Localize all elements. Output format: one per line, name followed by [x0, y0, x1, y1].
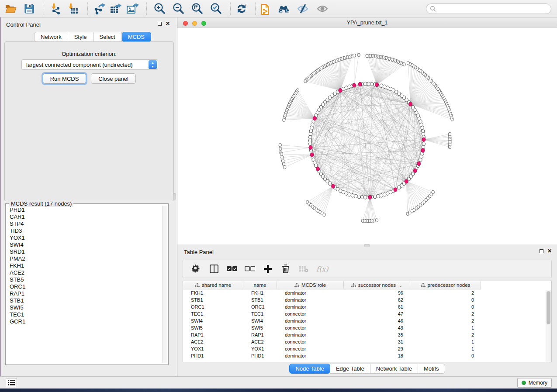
- memory-button[interactable]: Memory: [517, 378, 552, 388]
- mcds-hub-node[interactable]: [339, 89, 342, 93]
- mcds-result-item[interactable]: SWI4: [6, 241, 160, 248]
- mcds-hub-node[interactable]: [409, 102, 412, 106]
- mcds-hub-node[interactable]: [353, 83, 356, 87]
- mcds-hub-node[interactable]: [309, 145, 312, 149]
- mcds-result-item[interactable]: YOX1: [6, 234, 160, 241]
- run-mcds-button[interactable]: Run MCDS: [43, 73, 86, 84]
- satellite-node[interactable]: [366, 54, 368, 58]
- tab-edge-table[interactable]: Edge Table: [330, 364, 370, 374]
- ring-node[interactable]: [339, 189, 342, 193]
- tab-mcds[interactable]: MCDS: [122, 32, 151, 42]
- column-header-name[interactable]: name: [243, 281, 277, 289]
- export-network-icon[interactable]: [93, 3, 106, 15]
- zoom-selected-icon[interactable]: [209, 3, 222, 15]
- mcds-hub-node[interactable]: [394, 188, 397, 192]
- ring-node[interactable]: [386, 86, 389, 89]
- satellite-node[interactable]: [279, 147, 282, 151]
- satellite-node[interactable]: [281, 159, 284, 162]
- mcds-result-item[interactable]: STB5: [6, 276, 160, 283]
- mcds-hub-node[interactable]: [358, 82, 362, 86]
- satellite-node[interactable]: [281, 156, 284, 159]
- settings-gear-icon[interactable]: [191, 264, 201, 274]
- open-file-icon[interactable]: [4, 3, 17, 15]
- satellite-node[interactable]: [407, 62, 409, 65]
- ring-node[interactable]: [374, 195, 377, 198]
- ring-node[interactable]: [370, 82, 374, 86]
- satellite-node[interactable]: [283, 165, 286, 169]
- ring-node[interactable]: [383, 193, 386, 196]
- ring-node[interactable]: [348, 193, 351, 196]
- ring-node[interactable]: [367, 82, 370, 86]
- satellite-node[interactable]: [279, 143, 281, 147]
- search-input[interactable]: [436, 5, 551, 13]
- mcds-hub-node[interactable]: [421, 148, 425, 152]
- ring-node[interactable]: [364, 196, 367, 199]
- table-row[interactable]: SWI5SWI5connector431: [183, 324, 481, 331]
- mcds-hub-node[interactable]: [316, 167, 319, 171]
- refresh-icon[interactable]: [235, 3, 248, 15]
- mcds-result-item[interactable]: FKH1: [6, 262, 160, 269]
- mcds-hub-node[interactable]: [413, 168, 417, 172]
- mcds-hub-node[interactable]: [313, 117, 316, 120]
- table-row[interactable]: YOX1YOX1connector291: [183, 345, 481, 352]
- mcds-result-item[interactable]: PMA2: [6, 255, 160, 262]
- mcds-result-item[interactable]: ORC1: [6, 283, 160, 290]
- delete-column-trash-icon[interactable]: [280, 264, 291, 274]
- vertical-splitter-handle[interactable]: [173, 193, 176, 199]
- split-view-icon[interactable]: [209, 264, 219, 274]
- ring-node[interactable]: [392, 89, 395, 92]
- mcds-hub-node[interactable]: [310, 153, 314, 157]
- ring-node[interactable]: [383, 85, 386, 88]
- satellite-node[interactable]: [323, 213, 325, 217]
- tab-node-table[interactable]: Node Table: [289, 364, 330, 374]
- tab-select[interactable]: Select: [93, 32, 122, 42]
- column-header-successor-nodes[interactable]: successor nodes⌄: [344, 281, 410, 289]
- delete-table-icon[interactable]: [298, 264, 309, 274]
- ring-node[interactable]: [309, 142, 312, 145]
- tab-network-table[interactable]: Network Table: [370, 364, 418, 374]
- mcds-hub-node[interactable]: [405, 179, 408, 183]
- ring-node[interactable]: [364, 82, 367, 86]
- criterion-dropdown[interactable]: largest connected component (undirected)…: [21, 59, 158, 70]
- table-row[interactable]: PHD1PHD1dominator180: [183, 352, 481, 359]
- mcds-hub-node[interactable]: [332, 184, 335, 188]
- mcds-result-item[interactable]: SRD1: [6, 248, 160, 255]
- table-row[interactable]: RAP1RAP1dominator352: [183, 331, 481, 338]
- column-header-mcds-role[interactable]: MCDS role: [277, 281, 344, 289]
- deselect-all-icon[interactable]: [245, 264, 255, 274]
- mcds-result-list[interactable]: PHD1CAR1STP4TID3YOX1SWI4SRD1PMA2FKH1ACE2…: [6, 206, 160, 362]
- select-all-icon[interactable]: [227, 264, 237, 274]
- ring-node[interactable]: [412, 172, 415, 175]
- network-window-titlebar[interactable]: YPA_prune.txt_1: [177, 18, 557, 28]
- mcds-result-item[interactable]: STP4: [6, 220, 160, 227]
- satellite-node[interactable]: [448, 132, 451, 136]
- satellite-node[interactable]: [357, 53, 360, 57]
- import-network-icon[interactable]: [49, 3, 62, 15]
- mcds-result-item[interactable]: CAR1: [6, 213, 160, 220]
- mcds-result-item[interactable]: GCR1: [6, 318, 160, 325]
- satellite-node[interactable]: [282, 162, 285, 166]
- table-row[interactable]: ORC1ORC1dominator610: [183, 303, 481, 310]
- tab-style[interactable]: Style: [68, 32, 93, 42]
- satellite-node[interactable]: [375, 219, 378, 222]
- ring-node[interactable]: [380, 84, 383, 87]
- ring-node[interactable]: [354, 194, 357, 198]
- table-row[interactable]: STB1STB1dominator620: [183, 296, 481, 303]
- ring-node[interactable]: [342, 190, 345, 194]
- mcds-result-item[interactable]: PHD1: [6, 206, 160, 213]
- mcds-result-item[interactable]: TEC1: [6, 311, 160, 318]
- zoom-fit-icon[interactable]: [190, 3, 204, 15]
- mcds-result-item[interactable]: STB1: [6, 297, 160, 304]
- ring-node[interactable]: [377, 194, 380, 198]
- hide-selected-eye-icon[interactable]: [296, 3, 309, 15]
- mcds-hub-node[interactable]: [422, 138, 426, 141]
- table-row[interactable]: FKH1FKH1dominator962: [183, 289, 481, 296]
- table-row[interactable]: SWI4SWI4dominator462: [183, 317, 481, 324]
- save-session-icon[interactable]: [23, 3, 36, 15]
- share-document-icon[interactable]: [260, 3, 273, 15]
- ring-node[interactable]: [412, 105, 415, 109]
- table-row[interactable]: TEC1TEC1connector472: [183, 310, 481, 317]
- table-row[interactable]: ACE2ACE2connector311: [183, 338, 481, 345]
- mcds-hub-node[interactable]: [375, 83, 379, 86]
- satellite-node[interactable]: [283, 118, 285, 122]
